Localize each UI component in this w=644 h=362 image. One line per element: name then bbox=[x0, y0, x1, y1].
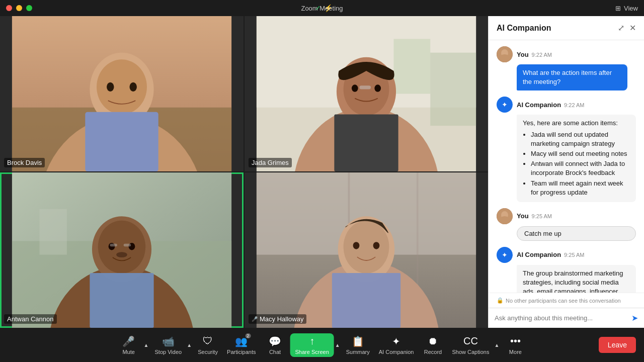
ai-send-button[interactable]: ➤ bbox=[631, 313, 638, 323]
video-jada bbox=[245, 16, 488, 171]
grid-icon: ⊞ bbox=[615, 5, 621, 12]
participants-button[interactable]: 👥 2 Participants bbox=[223, 333, 260, 357]
sender-name-ai-2: AI Companion bbox=[517, 251, 561, 258]
message-group-4: ✦ AI Companion 9:25 AM The group brainst… bbox=[497, 247, 636, 293]
summary-button[interactable]: 📋 Summary bbox=[342, 333, 374, 357]
avatar-you-1 bbox=[497, 46, 513, 62]
avatar-ai-1: ✦ bbox=[497, 97, 513, 113]
jada-name: Jada Grimes bbox=[252, 159, 289, 166]
security-label: Security bbox=[198, 349, 218, 355]
captions-icon: CC bbox=[463, 335, 478, 347]
ai-panel-actions: ⤢ ✕ bbox=[618, 23, 636, 33]
video-antwan bbox=[0, 172, 244, 328]
view-control[interactable]: ⊞ View bbox=[615, 5, 638, 12]
video-arrow[interactable]: ▲ bbox=[186, 340, 193, 350]
action-item-2: Macy will send out meeting notes bbox=[531, 149, 630, 158]
svg-rect-11 bbox=[430, 53, 476, 126]
svg-rect-27 bbox=[110, 244, 117, 246]
message-time-2: 9:22 AM bbox=[564, 102, 584, 108]
main-content: Brock Davis bbox=[0, 16, 644, 328]
security-button[interactable]: 🛡 Security bbox=[194, 333, 222, 357]
ai-companion-button[interactable]: ✦ AI Companion bbox=[375, 333, 418, 357]
privacy-notice: 🔒 No other participants can see this con… bbox=[489, 293, 644, 308]
stop-video-label: Stop Video bbox=[155, 349, 182, 355]
ai-companion-panel: AI Companion ⤢ ✕ Yo bbox=[488, 16, 644, 328]
person-macy-svg bbox=[245, 172, 488, 328]
leave-button[interactable]: Leave bbox=[599, 337, 636, 353]
participant-label-antwan: Antwan Cannon bbox=[4, 314, 57, 324]
record-button[interactable]: ⏺ Record bbox=[419, 333, 447, 357]
person-brock-svg bbox=[0, 16, 244, 171]
sender-name-ai-1: AI Companion bbox=[517, 101, 561, 109]
sender-row-3: You 9:25 AM bbox=[497, 208, 636, 224]
mic-icon: 🎤 bbox=[122, 335, 135, 347]
ai-input-field[interactable] bbox=[495, 314, 627, 322]
summary-icon: 📋 bbox=[352, 335, 364, 347]
catch-up-paragraph1: The group brainstormed marketing strateg… bbox=[523, 269, 630, 293]
show-captions-button[interactable]: CC Show Captions bbox=[448, 333, 493, 357]
catch-me-up-message: Catch me up bbox=[517, 226, 636, 241]
sender-row-2: ✦ AI Companion 9:22 AM bbox=[497, 97, 636, 113]
toolbar: 🎤 Mute ▲ 📹 Stop Video ▲ 🛡 Security 👥 2 P… bbox=[0, 328, 644, 362]
message-time-1: 9:22 AM bbox=[532, 52, 552, 58]
more-button[interactable]: ••• More bbox=[501, 333, 529, 357]
window-title: Zoom Meeting bbox=[301, 5, 343, 12]
more-icon: ••• bbox=[510, 335, 521, 347]
ai-companion-icon: ✦ bbox=[392, 335, 400, 347]
share-arrow[interactable]: ▲ bbox=[334, 340, 341, 350]
svg-point-29 bbox=[116, 252, 127, 257]
record-icon: ⏺ bbox=[428, 335, 438, 347]
svg-rect-18 bbox=[359, 85, 371, 89]
captions-control: CC Show Captions ▲ bbox=[448, 333, 500, 357]
avatar-ai-2: ✦ bbox=[497, 247, 513, 263]
video-macy bbox=[245, 172, 488, 328]
macy-name: Macy Halloway bbox=[260, 315, 303, 323]
minimize-button[interactable] bbox=[16, 5, 22, 11]
mute-button[interactable]: 🎤 Mute bbox=[115, 333, 143, 357]
message-time-4: 9:25 AM bbox=[564, 252, 584, 258]
ai-star-icon-2: ✦ bbox=[502, 251, 508, 259]
participant-label-jada: Jada Grimes bbox=[249, 158, 292, 167]
person-jada-svg bbox=[245, 16, 488, 171]
ai-input-area[interactable]: ➤ bbox=[489, 308, 644, 328]
video-icon: 📹 bbox=[162, 335, 175, 347]
share-screen-button[interactable]: ↑ Share Screen bbox=[290, 333, 334, 357]
video-grid: Brock Davis bbox=[0, 16, 488, 328]
close-panel-icon[interactable]: ✕ bbox=[629, 23, 636, 33]
action-item-1: Jada will send out updated marketing cam… bbox=[531, 130, 630, 148]
participants-icon: 👥 2 bbox=[235, 335, 248, 347]
sender-name-you-1: You bbox=[517, 51, 529, 58]
mute-label: Mute bbox=[122, 349, 134, 355]
sender-info-3: You 9:25 AM bbox=[517, 212, 552, 220]
close-button[interactable] bbox=[6, 5, 12, 11]
action-items-list: Jada will send out updated marketing cam… bbox=[523, 130, 630, 197]
ai-panel-title: AI Companion bbox=[497, 24, 551, 33]
svg-rect-10 bbox=[394, 39, 431, 94]
title-bar: ✓ ⚡ Zoom Meeting ⊞ View bbox=[0, 0, 644, 16]
sender-row-4: ✦ AI Companion 9:25 AM bbox=[497, 247, 636, 263]
maximize-button[interactable] bbox=[26, 5, 32, 11]
avatar-you-img bbox=[497, 46, 513, 62]
message-bubble-1: What are the action items after the meet… bbox=[517, 64, 627, 90]
video-brock bbox=[0, 16, 244, 171]
svg-rect-30 bbox=[90, 273, 153, 328]
antwan-name: Antwan Cannon bbox=[7, 315, 54, 323]
ai-panel-header: AI Companion ⤢ ✕ bbox=[489, 16, 644, 40]
svg-rect-28 bbox=[124, 244, 131, 246]
captions-arrow[interactable]: ▲ bbox=[493, 340, 500, 350]
security-icon: 🛡 bbox=[203, 335, 213, 347]
chat-button[interactable]: 💬 Chat bbox=[261, 333, 289, 357]
mute-control: 🎤 Mute ▲ bbox=[115, 333, 150, 357]
mute-arrow[interactable]: ▲ bbox=[143, 340, 150, 350]
person-antwan-svg bbox=[0, 172, 244, 328]
svg-point-16 bbox=[352, 84, 358, 92]
sender-name-you-2: You bbox=[517, 212, 529, 220]
stop-video-button[interactable]: 📹 Stop Video bbox=[151, 333, 186, 357]
sender-row-1: You 9:22 AM bbox=[497, 46, 636, 62]
svg-point-4 bbox=[97, 59, 147, 114]
video-cell-macy: 🎤 Macy Halloway bbox=[245, 172, 488, 328]
action-item-3: Antwan will connect with Jada to incorpo… bbox=[531, 159, 630, 177]
message-group-1: You 9:22 AM What are the action items af… bbox=[497, 46, 636, 90]
participant-label-brock: Brock Davis bbox=[4, 158, 45, 167]
external-link-icon[interactable]: ⤢ bbox=[618, 23, 624, 33]
